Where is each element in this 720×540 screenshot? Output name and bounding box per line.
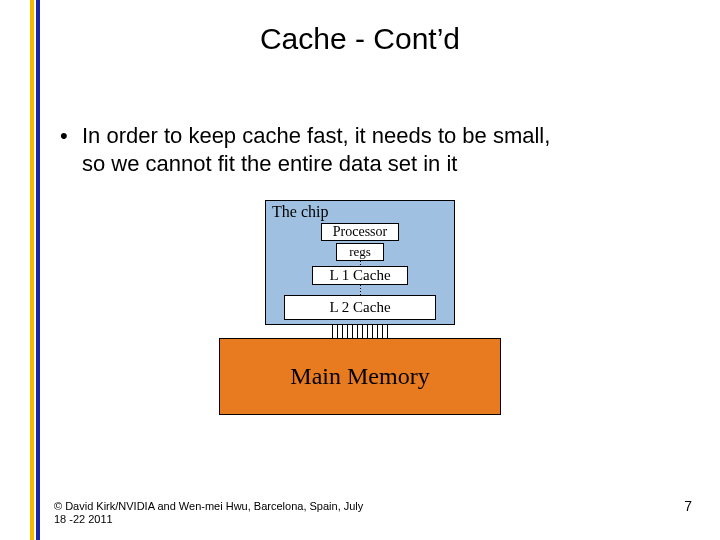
l2-cache-box: L 2 Cache bbox=[284, 295, 436, 320]
chip-box: The chip Processor regs L 1 Cache L 2 Ca… bbox=[265, 200, 455, 325]
memory-hierarchy-diagram: The chip Processor regs L 1 Cache L 2 Ca… bbox=[0, 200, 720, 415]
regs-box: regs bbox=[336, 243, 384, 261]
connector-l2-main bbox=[332, 325, 388, 338]
page-number: 7 bbox=[684, 498, 692, 514]
copyright-footer: © David Kirk/NVIDIA and Wen-mei Hwu, Bar… bbox=[54, 500, 363, 526]
chip-label: The chip bbox=[270, 203, 450, 223]
bullet-item: •In order to keep cache fast, it needs t… bbox=[60, 122, 690, 177]
processor-box: Processor bbox=[321, 223, 399, 241]
connector-regs-l1 bbox=[270, 261, 450, 266]
l1-cache-box: L 1 Cache bbox=[312, 266, 408, 285]
slide-title: Cache - Cont’d bbox=[0, 22, 720, 56]
bullet-text-line1: In order to keep cache fast, it needs to… bbox=[82, 123, 550, 148]
connector-l1-l2 bbox=[270, 285, 450, 295]
footer-line2: 18 -22 2011 bbox=[54, 513, 363, 526]
footer-line1: © David Kirk/NVIDIA and Wen-mei Hwu, Bar… bbox=[54, 500, 363, 513]
bullet-marker: • bbox=[60, 122, 82, 150]
main-memory-box: Main Memory bbox=[219, 338, 501, 415]
bullet-text-line2: so we cannot fit the entire data set in … bbox=[60, 150, 690, 178]
